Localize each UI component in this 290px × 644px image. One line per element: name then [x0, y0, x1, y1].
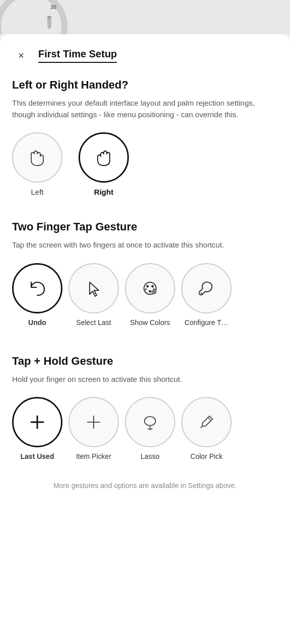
gesture-option-show-colors[interactable]: Show Colors — [125, 263, 175, 327]
lasso-icon — [139, 411, 161, 433]
handedness-description: This determines your default interface l… — [12, 98, 278, 120]
svg-rect-2 — [47, 16, 51, 18]
svg-point-4 — [147, 285, 149, 287]
gesture-option-lasso[interactable]: Lasso — [125, 397, 175, 460]
hand-option-left[interactable]: Left — [12, 132, 62, 196]
hand-options: Left Right — [0, 132, 290, 196]
gesture-label-configure-tools: Configure T… — [185, 318, 229, 327]
gesture-label-item-picker: Item Picker — [76, 452, 111, 460]
gesture-option-select-last[interactable]: Select Last — [68, 263, 119, 327]
gesture-option-configure-tools[interactable]: Configure T… — [181, 263, 232, 327]
hand-label-right: Right — [94, 188, 113, 196]
two-finger-tap-section: Two Finger Tap Gesture Tap the screen wi… — [0, 206, 290, 251]
plus-bold-icon — [26, 411, 48, 433]
hand-circle-right — [79, 132, 129, 183]
svg-point-11 — [201, 292, 202, 294]
two-finger-tap-description: Tap the screen with two fingers at once … — [12, 239, 278, 251]
eyedropper-icon — [195, 411, 218, 433]
header: × First Time Setup — [0, 34, 290, 64]
hand-label-left: Left — [31, 188, 43, 196]
undo-icon — [26, 277, 48, 299]
plus-icon — [83, 411, 105, 433]
svg-marker-1 — [47, 26, 51, 29]
handedness-title: Left or Right Handed? — [12, 78, 278, 92]
gesture-circle-item-picker — [68, 397, 119, 447]
tap-hold-title: Tap + Hold Gesture — [12, 355, 278, 368]
gesture-circle-undo — [12, 263, 62, 313]
right-hand-icon — [93, 146, 115, 169]
page-title: First Time Setup — [38, 48, 117, 63]
svg-point-7 — [145, 288, 147, 290]
hand-option-right[interactable]: Right — [79, 132, 129, 196]
gesture-label-lasso: Lasso — [140, 452, 159, 460]
tap-hold-section: Tap + Hold Gesture Hold your finger on s… — [0, 341, 290, 385]
svg-point-5 — [152, 285, 154, 287]
gesture-option-item-picker[interactable]: Item Picker — [68, 397, 119, 460]
handedness-section: Left or Right Handed? This determines yo… — [0, 64, 290, 120]
gesture-label-show-colors: Show Colors — [130, 318, 170, 327]
gesture-label-last-used: Last Used — [21, 452, 54, 460]
pencil-icon — [41, 14, 57, 30]
cursor-icon — [83, 277, 105, 299]
tap-hold-options: Last Used Item Picker Lasso — [0, 397, 290, 460]
gesture-label-undo: Undo — [28, 318, 46, 327]
svg-point-6 — [149, 290, 152, 292]
gesture-option-last-used[interactable]: Last Used — [12, 397, 62, 460]
top-decoration: 30 — [0, 0, 290, 34]
main-card: × First Time Setup Left or Right Handed?… — [0, 34, 290, 644]
two-finger-tap-title: Two Finger Tap Gesture — [12, 220, 278, 233]
gesture-option-color-pick[interactable]: Color Pick — [181, 397, 232, 460]
svg-point-10 — [153, 291, 155, 293]
gesture-option-undo[interactable]: Undo — [12, 263, 62, 327]
footer-note: More gestures and options are available … — [0, 464, 290, 491]
gesture-circle-select-last — [68, 263, 119, 313]
svg-point-16 — [144, 417, 156, 426]
gesture-circle-configure-tools — [181, 263, 232, 313]
gesture-circle-show-colors — [125, 263, 175, 313]
gesture-label-color-pick: Color Pick — [190, 452, 223, 460]
two-finger-tap-options: Undo Select Last — [0, 263, 290, 327]
gesture-label-select-last: Select Last — [76, 318, 111, 327]
ruler-mark: 30 — [50, 4, 56, 10]
gesture-circle-last-used — [12, 397, 62, 447]
close-button[interactable]: × — [12, 46, 30, 64]
wrench-icon — [195, 277, 218, 299]
palette-icon — [139, 277, 161, 299]
gesture-circle-lasso — [125, 397, 175, 447]
tap-hold-description: Hold your finger on screen to activate t… — [12, 374, 278, 385]
gesture-circle-color-pick — [181, 397, 232, 447]
hand-circle-left — [12, 132, 62, 183]
left-hand-icon — [26, 146, 48, 169]
